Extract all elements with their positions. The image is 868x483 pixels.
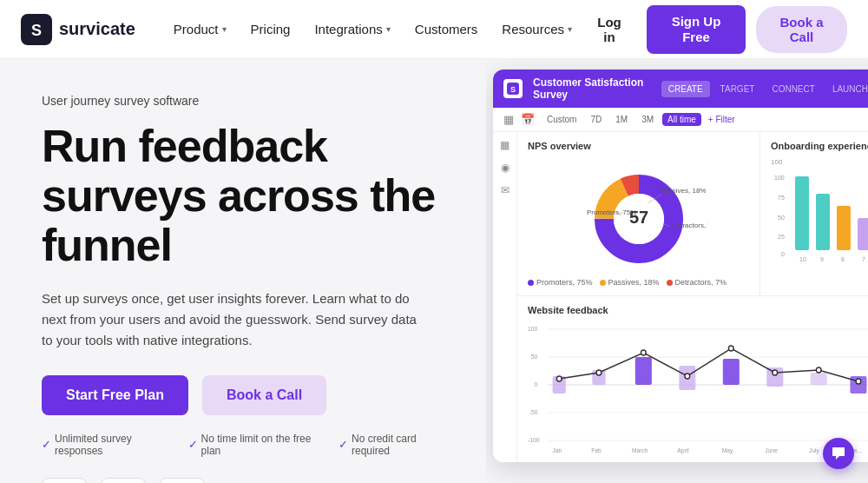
nps-chart-section: NPS overview 57 — [517, 132, 760, 295]
nps-donut-container: 57 Promoters, 75% Passives, 18% Detracto… — [528, 158, 749, 271]
svg-text:June: June — [765, 447, 778, 453]
chevron-down-icon-2: ▾ — [386, 24, 391, 34]
filter-7d[interactable]: 7D — [585, 113, 607, 126]
filter-custom[interactable]: Custom — [542, 113, 582, 126]
nav-right: Log in Sign Up Free Book a Call — [582, 5, 847, 54]
chevron-down-icon: ▾ — [222, 24, 227, 34]
nav-item-resources[interactable]: Resources ▾ — [491, 15, 582, 43]
tab-connect[interactable]: CONNECT — [765, 81, 821, 97]
svg-text:50: 50 — [778, 215, 785, 221]
signup-button[interactable]: Sign Up Free — [647, 5, 746, 54]
time-filters: Custom 7D 1M 3M All time — [542, 113, 701, 126]
survicate-logo-icon: S — [21, 14, 52, 45]
trust-badges: ✓ Unlimited survey responses ✓ No time l… — [42, 433, 444, 457]
svg-text:100: 100 — [774, 175, 785, 181]
nav-item-pricing[interactable]: Pricing — [240, 15, 301, 43]
svg-text:May: May — [722, 447, 733, 454]
dashboard-tabs: CREATE TARGET CONNECT LAUNCH — [661, 81, 868, 97]
trust-badge-responses: ✓ Unlimited survey responses — [42, 433, 168, 457]
svg-text:0: 0 — [781, 251, 785, 257]
nav-item-integrations[interactable]: Integrations ▾ — [304, 15, 400, 43]
tab-target[interactable]: TARGET — [713, 81, 762, 97]
dashboard-sidebar: ▦ ◉ ✉ — [493, 132, 517, 462]
calendar-icon: 📅 — [521, 113, 535, 126]
onboarding-title: Onboarding experience — [771, 141, 868, 151]
svg-rect-44 — [811, 373, 827, 385]
dash-logo-icon: S — [503, 79, 523, 98]
svg-rect-22 — [837, 206, 851, 250]
g2-badge-3: G — [160, 478, 205, 483]
dashboard-header: S Customer Satisfaction Survey CREATE TA… — [493, 69, 868, 108]
legend-detractors: Detractors, 7% — [667, 278, 727, 287]
svg-point-47 — [596, 370, 602, 375]
svg-text:10: 10 — [799, 256, 806, 262]
logo-area[interactable]: S survicate — [21, 14, 135, 45]
nps-chart-title: NPS overview — [528, 141, 749, 151]
svg-text:0: 0 — [535, 381, 538, 387]
svg-point-50 — [728, 346, 733, 351]
svg-text:7: 7 — [862, 256, 865, 262]
svg-point-46 — [556, 376, 562, 381]
check-icon-2: ✓ — [188, 438, 198, 451]
promoters-dot — [528, 280, 534, 286]
trust-badge-time: ✓ No time limit on the free plan — [188, 433, 318, 457]
svg-point-51 — [773, 370, 778, 375]
donut-legend: Promoters, 75% Passives, 18% Detractors,… — [528, 278, 749, 287]
sidebar-bar-icon[interactable]: ▦ — [500, 139, 510, 151]
filter-3m[interactable]: 3M — [636, 113, 659, 126]
dashboard-card: S Customer Satisfaction Survey CREATE TA… — [493, 69, 868, 462]
svg-text:Jan: Jan — [553, 447, 562, 453]
dashboard-title: Customer Satisfaction Survey — [533, 76, 651, 101]
svg-rect-40 — [635, 357, 652, 385]
nav-item-customers[interactable]: Customers — [404, 15, 489, 43]
hero-tag: User journey survey software — [42, 94, 444, 108]
onboarding-bar-svg: 100 75 50 25 0 — [771, 169, 868, 265]
svg-text:Feb: Feb — [591, 447, 602, 453]
check-icon-1: ✓ — [42, 438, 51, 451]
svg-rect-42 — [723, 359, 740, 385]
svg-rect-23 — [858, 218, 868, 250]
website-feedback-title: Website feedback — [528, 305, 868, 315]
legend-promoters: Promoters, 75% — [528, 278, 593, 287]
website-feedback-section: Website feedback 100 50 0 -50 -100 — [517, 296, 868, 462]
svg-point-49 — [685, 374, 690, 379]
svg-text:-50: -50 — [529, 409, 538, 415]
right-panel: S Customer Satisfaction Survey CREATE TA… — [486, 59, 868, 483]
svg-point-48 — [641, 350, 646, 355]
passives-dot — [600, 280, 606, 286]
chat-bubble[interactable] — [823, 438, 854, 469]
svg-point-53 — [856, 379, 861, 384]
tab-launch[interactable]: LAUNCH — [825, 81, 868, 97]
svg-text:8: 8 — [841, 256, 845, 262]
tab-create[interactable]: CREATE — [661, 81, 710, 97]
nav-links: Product ▾ Pricing Integrations ▾ Custome… — [163, 15, 582, 43]
hero-description: Set up surveys once, get user insights f… — [42, 288, 424, 351]
book-call-nav-button[interactable]: Book a Call — [756, 6, 847, 53]
svg-text:April: April — [677, 447, 689, 454]
filter-1m[interactable]: 1M — [610, 113, 633, 126]
hero-section: User journey survey software Run feedbac… — [0, 59, 486, 483]
navbar: S survicate Product ▾ Pricing Integratio… — [0, 0, 868, 59]
g2-badge-1: G — [42, 478, 87, 483]
logo-strip: G G G — [42, 478, 444, 483]
svg-text:Promoters, 75%: Promoters, 75% — [587, 208, 636, 216]
svg-rect-20 — [795, 176, 809, 250]
nps-donut-svg: 57 Promoters, 75% Passives, 18% Detracto… — [569, 158, 708, 271]
chevron-down-icon-3: ▾ — [568, 24, 572, 34]
website-feedback-svg: 100 50 0 -50 -100 — [528, 322, 868, 457]
start-free-button[interactable]: Start Free Plan — [42, 375, 188, 415]
trust-badge-card: ✓ No credit card required — [339, 433, 444, 457]
sidebar-eye-icon[interactable]: ◉ — [501, 162, 510, 174]
svg-text:S: S — [510, 85, 516, 94]
nav-item-product[interactable]: Product ▾ — [163, 15, 237, 43]
svg-text:50: 50 — [531, 354, 538, 360]
logo-text: survicate — [59, 19, 135, 39]
book-call-hero-button[interactable]: Book a Call — [202, 375, 326, 415]
login-button[interactable]: Log in — [582, 8, 636, 51]
filter-all-time[interactable]: All time — [662, 113, 701, 126]
sidebar-mail-icon[interactable]: ✉ — [501, 184, 510, 196]
charts-top-row: NPS overview 57 — [517, 132, 868, 296]
svg-rect-21 — [816, 194, 830, 250]
filter-button[interactable]: + Filter — [708, 115, 735, 124]
svg-text:9: 9 — [820, 256, 824, 262]
